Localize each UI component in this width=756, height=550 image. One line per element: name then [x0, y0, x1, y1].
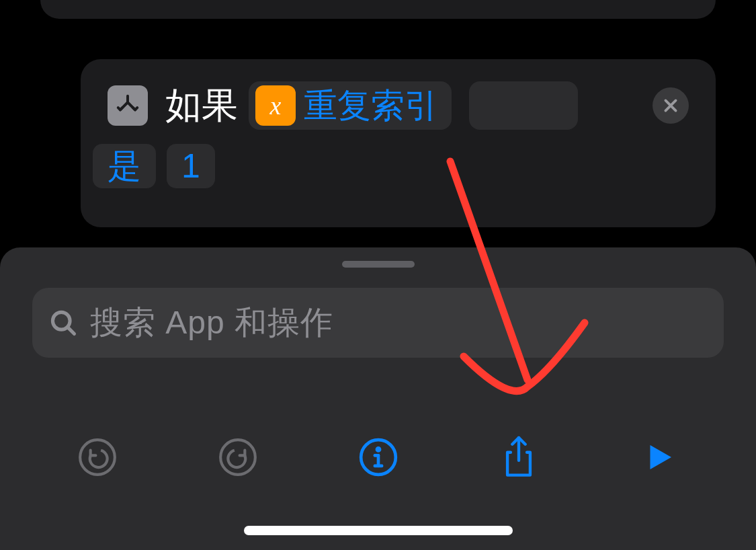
undo-button[interactable]: [71, 430, 124, 484]
close-icon: [662, 97, 679, 114]
search-icon: [48, 308, 78, 338]
search-placeholder: 搜索 App 和操作: [90, 301, 333, 344]
run-button[interactable]: [632, 430, 686, 484]
bottom-toolbar: [0, 424, 756, 491]
svg-point-6: [376, 448, 379, 450]
home-indicator[interactable]: [244, 526, 513, 535]
variable-icon-label: x: [270, 91, 282, 120]
empty-parameter-slot[interactable]: [469, 81, 578, 130]
variable-icon: x: [255, 85, 296, 126]
variable-label: 重复索引: [304, 83, 438, 128]
variable-token[interactable]: x 重复索引: [249, 81, 452, 130]
condition-token[interactable]: 是: [93, 144, 156, 188]
play-icon: [641, 439, 677, 475]
value-token[interactable]: 1: [167, 144, 215, 188]
previous-action-card: [40, 0, 716, 19]
if-condition-row: 如果 x 重复索引: [108, 83, 689, 128]
delete-action-button[interactable]: [653, 87, 689, 124]
redo-button[interactable]: [211, 430, 265, 484]
svg-point-3: [220, 440, 255, 475]
redo-icon: [217, 436, 259, 478]
if-value-row: 是 1: [108, 144, 689, 188]
undo-icon: [77, 436, 118, 478]
if-keyword: 如果: [165, 81, 238, 130]
condition-label: 是: [108, 144, 141, 189]
if-action-card[interactable]: 如果 x 重复索引 是 1: [81, 59, 716, 227]
svg-point-2: [80, 440, 115, 475]
svg-line-1: [67, 327, 74, 333]
search-panel: 搜索 App 和操作: [0, 247, 756, 550]
share-icon: [499, 434, 538, 480]
info-button[interactable]: [351, 430, 405, 484]
drag-handle[interactable]: [342, 261, 415, 268]
share-button[interactable]: [492, 430, 546, 484]
info-icon: [358, 436, 399, 478]
value-label: 1: [181, 147, 200, 186]
branch-icon: [108, 85, 148, 126]
search-input[interactable]: 搜索 App 和操作: [32, 288, 724, 358]
